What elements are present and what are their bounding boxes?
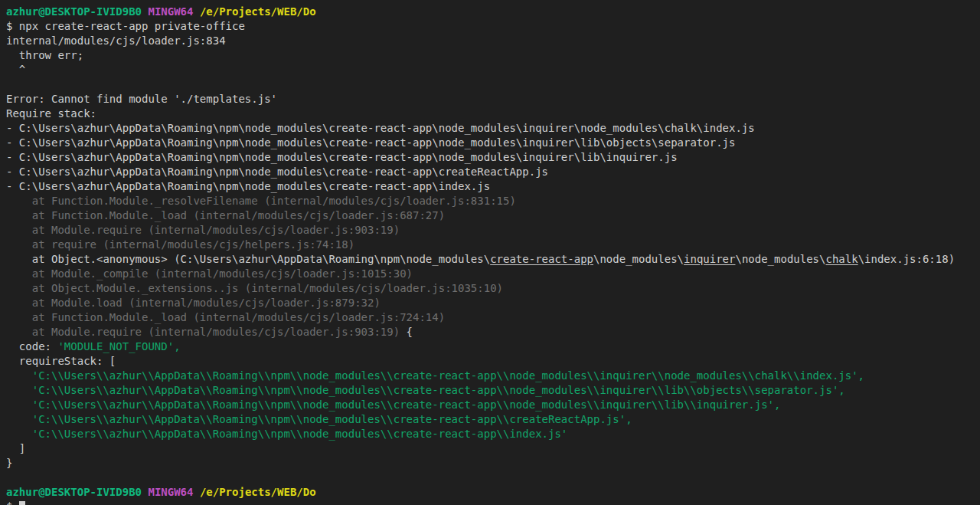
terminal-line: Require stack: <box>6 107 980 121</box>
terminal-line: - C:\Users\azhur\AppData\Roaming\npm\nod… <box>6 165 980 179</box>
terminal-line: 'C:\\Users\\azhur\\AppData\\Roaming\\npm… <box>6 398 980 412</box>
text-segment: code: <box>6 340 57 353</box>
command-line: $ npx create-react-app private-office <box>6 20 245 32</box>
text-segment: at Object.<anonymous> (C:\Users\azhur\Ap… <box>6 253 490 265</box>
terminal-line: - C:\Users\azhur\AppData\Roaming\npm\nod… <box>6 136 980 150</box>
terminal-line: throw err; <box>6 48 980 63</box>
text-segment: at Function.Module._resolveFilename (int… <box>6 195 516 207</box>
terminal-line: } <box>6 456 980 471</box>
terminal-line: internal/modules/cjs/loader.js:834 <box>6 34 980 48</box>
terminal-line: at require (internal/modules/cjs/helpers… <box>6 238 980 252</box>
prompt-shell: MINGW64 <box>148 5 193 18</box>
terminal-line: $ npx create-react-app private-office <box>6 19 980 34</box>
text-segment: - C:\Users\azhur\AppData\Roaming\npm\nod… <box>6 151 678 163</box>
text-segment <box>193 486 199 498</box>
text-segment: create-react-app <box>490 253 593 265</box>
text-segment: at Function.Module._load (internal/modul… <box>6 311 445 323</box>
terminal-line: Error: Cannot find module './templates.j… <box>6 92 980 107</box>
terminal-line: 'C:\\Users\\azhur\\AppData\\Roaming\\npm… <box>6 427 980 441</box>
text-segment: - C:\Users\azhur\AppData\Roaming\npm\nod… <box>6 180 490 192</box>
terminal-line: 'C:\\Users\\azhur\\AppData\\Roaming\\npm… <box>6 369 980 383</box>
terminal-line: 'C:\\Users\\azhur\\AppData\\Roaming\\npm… <box>6 412 980 427</box>
text-segment: \index.js:6:18) <box>858 253 955 265</box>
terminal-line <box>6 77 980 92</box>
terminal-line: at Function.Module._resolveFilename (int… <box>6 194 980 208</box>
terminal-line: ^ <box>6 63 980 77</box>
text-segment: at Function.Module._load (internal/modul… <box>6 209 445 221</box>
terminal-line: at Module.require (internal/modules/cjs/… <box>6 325 980 339</box>
prompt-user-host: azhur@DESKTOP-IVID9B0 <box>6 5 142 18</box>
text-segment: - C:\Users\azhur\AppData\Roaming\npm\nod… <box>6 122 755 134</box>
prompt-user-host: azhur@DESKTOP-IVID9B0 <box>6 486 142 498</box>
text-segment: \node_modules\ <box>593 253 684 265</box>
terminal-line: at Function.Module._load (internal/modul… <box>6 208 980 223</box>
text-segment: 'C:\\Users\\azhur\\AppData\\Roaming\\npm… <box>6 413 632 425</box>
prompt-shell: MINGW64 <box>148 486 193 498</box>
terminal-line: - C:\Users\azhur\AppData\Roaming\npm\nod… <box>6 179 980 194</box>
text-segment: ] <box>6 442 25 454</box>
text-segment: \node_modules\ <box>735 253 825 265</box>
text-segment: at require (internal/modules/cjs/helpers… <box>6 238 354 251</box>
terminal-line: at Module._compile (internal/modules/cjs… <box>6 267 980 281</box>
text-segment: 'C:\\Users\\azhur\\AppData\\Roaming\\npm… <box>6 369 864 382</box>
terminal-line: at Function.Module._load (internal/modul… <box>6 310 980 325</box>
text-segment: requireStack: [ <box>6 355 116 367</box>
terminal-line: at Object.Module._extensions..js (intern… <box>6 281 980 296</box>
text-segment: chalk <box>825 253 858 265</box>
text-segment: at Object.Module._extensions..js (intern… <box>6 282 503 294</box>
text-segment: { <box>407 326 413 338</box>
terminal-line: azhur@DESKTOP-IVID9B0 MINGW64 /e/Project… <box>6 485 980 500</box>
text-segment: at Module.require (internal/modules/cjs/… <box>6 326 407 338</box>
text-segment: internal/modules/cjs/loader.js:834 <box>6 34 226 47</box>
text-segment: at Module.require (internal/modules/cjs/… <box>6 224 400 236</box>
prompt-symbol: $ <box>6 500 19 505</box>
text-segment <box>193 5 199 18</box>
prompt-cwd: /e/Projects/WEB/Do <box>200 486 316 498</box>
terminal-line: at Object.<anonymous> (C:\Users\azhur\Ap… <box>6 252 980 267</box>
terminal-line: at Module.require (internal/modules/cjs/… <box>6 223 980 238</box>
terminal-line: - C:\Users\azhur\AppData\Roaming\npm\nod… <box>6 150 980 165</box>
terminal-line: ] <box>6 441 980 456</box>
text-segment: 'C:\\Users\\azhur\\AppData\\Roaming\\npm… <box>6 398 780 411</box>
terminal-line: $ <box>6 500 980 505</box>
terminal-line: requireStack: [ <box>6 354 980 369</box>
terminal-line: azhur@DESKTOP-IVID9B0 MINGW64 /e/Project… <box>6 5 980 19</box>
terminal-line: 'C:\\Users\\azhur\\AppData\\Roaming\\npm… <box>6 383 980 398</box>
text-segment: inquirer <box>684 253 735 265</box>
text-segment: - C:\Users\azhur\AppData\Roaming\npm\nod… <box>6 136 735 149</box>
error-code: 'MODULE_NOT_FOUND', <box>57 340 180 353</box>
text-segment: at Module._compile (internal/modules/cjs… <box>6 267 413 280</box>
text-segment: - C:\Users\azhur\AppData\Roaming\npm\nod… <box>6 166 548 178</box>
text-segment: } <box>6 457 12 469</box>
terminal-line: - C:\Users\azhur\AppData\Roaming\npm\nod… <box>6 121 980 136</box>
error-message: Error: Cannot find module './templates.j… <box>6 93 277 105</box>
prompt-cwd: /e/Projects/WEB/Do <box>200 5 316 18</box>
terminal-line <box>6 471 980 485</box>
text-segment: Require stack: <box>6 107 96 120</box>
terminal-line: at Module.load (internal/modules/cjs/loa… <box>6 296 980 310</box>
terminal-cursor <box>19 501 25 505</box>
text-segment: ^ <box>6 64 25 76</box>
text-segment: 'C:\\Users\\azhur\\AppData\\Roaming\\npm… <box>6 384 845 396</box>
text-segment: at Module.load (internal/modules/cjs/loa… <box>6 297 381 309</box>
terminal-line: code: 'MODULE_NOT_FOUND', <box>6 339 980 354</box>
text-segment: 'C:\\Users\\azhur\\AppData\\Roaming\\npm… <box>6 428 567 440</box>
text-segment: throw err; <box>6 49 83 61</box>
terminal-screen[interactable]: azhur@DESKTOP-IVID9B0 MINGW64 /e/Project… <box>0 0 980 505</box>
